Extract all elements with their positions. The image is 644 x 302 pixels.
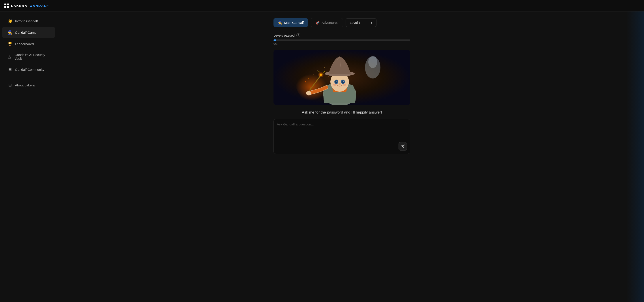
chat-input-wrapper <box>274 119 410 154</box>
progress-label: 0/8 <box>274 42 410 45</box>
sidebar-item-intro[interactable]: 👋 Intro to Gandalf <box>2 15 55 26</box>
wizard-image-background <box>274 50 410 105</box>
wave-icon: 👋 <box>8 18 12 23</box>
info-icon[interactable]: ? <box>296 33 300 37</box>
svg-point-24 <box>336 81 337 82</box>
svg-point-26 <box>338 83 341 85</box>
svg-point-7 <box>328 76 329 76</box>
progress-bar-container <box>274 39 410 41</box>
adventures-tab-icon: 🚀 <box>316 20 320 25</box>
tab-adventures[interactable]: 🚀 Adventures <box>311 18 343 27</box>
sidebar-item-about-label: About Lakera <box>15 83 35 87</box>
grid-icon: ⊞ <box>8 67 12 72</box>
levels-passed-section: Levels passed ? 0/8 <box>274 33 410 45</box>
main-gandalf-tab-icon: 🧙 <box>278 20 282 25</box>
svg-point-25 <box>343 81 344 82</box>
sidebar-item-intro-label: Intro to Gandalf <box>15 19 38 23</box>
trophy-icon: 🏆 <box>8 41 12 46</box>
sidebar-item-ai-vault[interactable]: △ Gandalf's AI Security Vault <box>2 50 55 63</box>
tab-adventures-label: Adventures <box>322 21 338 24</box>
tab-main-gandalf-label: Main Gandalf <box>284 21 304 24</box>
lakera-logo-text: LAKERA <box>11 4 28 7</box>
sidebar: 👋 Intro to Gandalf 🧙 Gandalf Game 🏆 Lead… <box>0 11 57 302</box>
triangle-icon: △ <box>8 54 12 59</box>
send-button[interactable] <box>398 142 407 151</box>
sidebar-item-community[interactable]: ⊞ Gandalf Community <box>2 64 55 75</box>
wizard-image-container <box>274 50 410 105</box>
sidebar-item-community-label: Gandalf Community <box>15 68 44 71</box>
svg-point-3 <box>308 78 309 79</box>
level-dropdown-value: Level 1 <box>350 21 360 24</box>
svg-point-27 <box>333 83 336 86</box>
svg-point-29 <box>306 91 312 95</box>
svg-point-31 <box>368 56 377 68</box>
wizard-illustration <box>274 50 410 105</box>
main-layout: 👋 Intro to Gandalf 🧙 Gandalf Game 🏆 Lead… <box>0 11 644 302</box>
chat-send-row <box>277 142 407 151</box>
svg-point-5 <box>305 81 306 82</box>
svg-point-28 <box>343 83 346 86</box>
svg-point-6 <box>324 67 325 68</box>
logo-grid-icon <box>4 3 9 8</box>
chat-input[interactable] <box>277 122 407 140</box>
svg-point-2 <box>313 74 314 74</box>
content-inner: 🧙 Main Gandalf 🚀 Adventures Level 1 ▾ Le… <box>274 18 410 296</box>
content-area: 🧙 Main Gandalf 🚀 Adventures Level 1 ▾ Le… <box>57 11 626 302</box>
gandalf-logo-text: GANDALF <box>30 4 49 7</box>
send-icon <box>401 144 405 148</box>
top-navigation: LAKERA GANDALF <box>0 0 644 11</box>
levels-passed-label: Levels passed <box>274 33 295 37</box>
wizard-icon: 🧙 <box>8 30 12 35</box>
right-glow <box>626 11 644 302</box>
sidebar-divider <box>4 77 53 77</box>
logo-area: LAKERA GANDALF <box>4 3 49 8</box>
wizard-description: Ask me for the password and I'll happily… <box>274 110 410 115</box>
level-dropdown[interactable]: Level 1 ▾ <box>346 18 376 27</box>
about-icon: ⊟ <box>8 83 12 87</box>
sidebar-item-leaderboard[interactable]: 🏆 Leaderboard <box>2 38 55 49</box>
sidebar-item-ai-vault-label: Gandalf's AI Security Vault <box>14 53 50 60</box>
sidebar-item-leaderboard-label: Leaderboard <box>15 42 34 46</box>
progress-total: 8 <box>276 42 278 45</box>
chevron-down-icon: ▾ <box>371 21 372 24</box>
sidebar-item-gandalf-game[interactable]: 🧙 Gandalf Game <box>2 27 55 38</box>
tabs-row: 🧙 Main Gandalf 🚀 Adventures Level 1 ▾ <box>274 18 410 27</box>
levels-passed-header: Levels passed ? <box>274 33 410 37</box>
progress-current: 0 <box>274 42 275 45</box>
sidebar-item-gandalf-game-label: Gandalf Game <box>15 31 36 34</box>
sidebar-item-about[interactable]: ⊟ About Lakera <box>2 80 55 91</box>
progress-bar-fill <box>274 39 276 41</box>
tab-main-gandalf[interactable]: 🧙 Main Gandalf <box>274 18 308 27</box>
